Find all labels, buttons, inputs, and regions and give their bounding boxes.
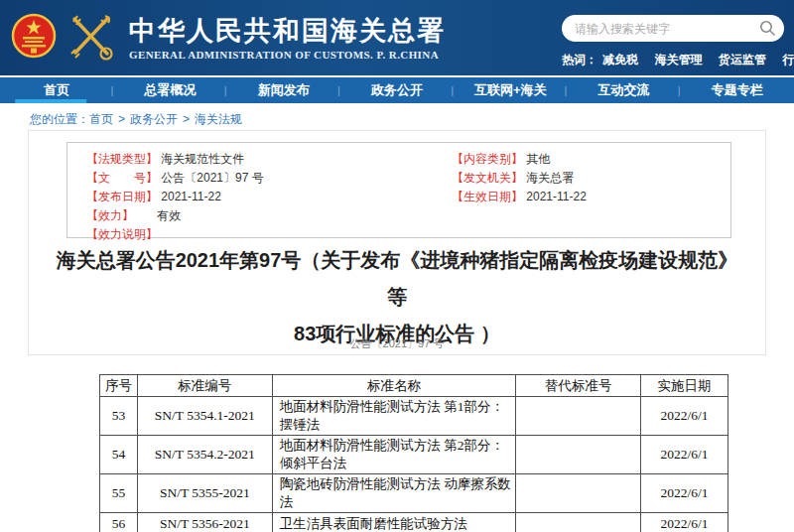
meta-label: 【文 号】: [86, 169, 158, 188]
cell-impl-date: 2022/6/1: [641, 436, 728, 474]
main-nav: 首页 总署概况 新闻发布 政务公开 互联网+海关 互动交流 专题专栏: [0, 77, 794, 103]
table-row: 56 SN/T 5356-2021 卫生洁具表面耐磨性能试验方法 2022/6/…: [100, 513, 728, 532]
search-input[interactable]: [562, 15, 784, 42]
meta-value: 海关总署: [526, 171, 574, 185]
brand-titles: 中华人民共和国海关总署 GENERAL ADMINISTRATION OF CU…: [129, 16, 446, 61]
announcement-number: 公告〔2021〕97 号: [29, 336, 765, 351]
announcement-title-line1: 海关总署公告2021年第97号（关于发布《进境种猪指定隔离检疫场建设规范》等: [49, 242, 745, 316]
nav-item-overview[interactable]: 总署概况: [113, 77, 226, 103]
site-title-en: GENERAL ADMINISTRATION OF CUSTOMS. P. R.…: [129, 49, 446, 61]
national-emblem-icon: [10, 11, 58, 65]
meta-field-issuing-agency: 【发文机关】 海关总署: [452, 169, 574, 188]
col-header-index: 序号: [100, 375, 138, 397]
meta-label: 【内容类别】: [452, 150, 523, 169]
cell-standard-no: SN/T 5355-2021: [137, 474, 272, 513]
meta-value: 公告〔2021〕97 号: [161, 171, 263, 185]
cell-impl-date: 2022/6/1: [641, 513, 728, 532]
cell-replaced-no: [516, 436, 641, 474]
cell-replaced-no: [516, 397, 641, 436]
breadcrumb-separator: >: [183, 112, 190, 126]
search-box: [562, 15, 784, 42]
meta-label: 【发布日期】: [86, 188, 158, 206]
col-header-standard-name: 标准名称: [272, 375, 516, 397]
nav-item-special-topics[interactable]: 专题专栏: [681, 77, 794, 103]
content-panel: 【法规类型】 海关规范性文件 【内容类别】 其他 【文 号】 公告〔2021〕9…: [28, 130, 766, 355]
standards-table: 序号 标准编号 标准名称 替代标准号 实施日期 53 SN/T 5354.1-2…: [99, 374, 728, 532]
breadcrumb-prefix: 您的位置：: [30, 112, 89, 126]
meta-label: 【发文机关】: [452, 169, 523, 188]
cell-impl-date: 2022/6/1: [641, 474, 728, 513]
hot-word-link[interactable]: 行政监管: [782, 53, 794, 66]
cell-standard-no: SN/T 5354.1-2021: [137, 397, 272, 436]
site-title-cn: 中华人民共和国海关总署: [129, 16, 446, 46]
cell-standard-name: 卫生洁具表面耐磨性能试验方法: [272, 513, 516, 532]
hot-word-link[interactable]: 海关管理: [655, 53, 703, 66]
cell-standard-no: SN/T 5356-2021: [137, 513, 272, 532]
cell-index: 55: [100, 474, 138, 513]
col-header-replaced-no: 替代标准号: [516, 375, 641, 397]
cell-index: 53: [100, 397, 138, 436]
col-header-impl-date: 实施日期: [641, 375, 728, 397]
table-row: 53 SN/T 5354.1-2021 地面材料防滑性能测试方法 第1部分：摆锤…: [100, 397, 728, 436]
site-header: 中华人民共和国海关总署 GENERAL ADMINISTRATION OF CU…: [0, 0, 794, 75]
table-row: 55 SN/T 5355-2021 陶瓷地砖防滑性能测试方法 动摩擦系数法 20…: [100, 474, 728, 513]
nav-item-interaction[interactable]: 互动交流: [567, 77, 680, 103]
meta-value: 海关规范性文件: [161, 152, 244, 166]
cell-index: 54: [100, 436, 138, 474]
breadcrumb-link-gov-affairs[interactable]: 政务公开: [130, 112, 178, 126]
breadcrumb-link-home[interactable]: 首页: [89, 112, 113, 126]
hot-words-label: 热词：: [562, 53, 597, 66]
meta-field-doc-number: 【文 号】 公告〔2021〕97 号: [86, 169, 452, 188]
meta-label: 【生效日期】: [452, 188, 523, 206]
cell-standard-name: 地面材料防滑性能测试方法 第2部分：倾斜平台法: [272, 436, 516, 474]
breadcrumb-separator: >: [118, 112, 125, 126]
hot-words: 热词： 减免税 海关管理 货运监管 行政监管: [562, 52, 784, 68]
nav-item-news[interactable]: 新闻发布: [227, 77, 340, 103]
meta-label: 【法规类型】: [86, 150, 158, 169]
cell-standard-name: 地面材料防滑性能测试方法 第1部分：摆锤法: [272, 397, 516, 436]
customs-key-icon: [66, 10, 117, 66]
regulation-meta-box: 【法规类型】 海关规范性文件 【内容类别】 其他 【文 号】 公告〔2021〕9…: [66, 142, 731, 238]
table-header-row: 序号 标准编号 标准名称 替代标准号 实施日期: [100, 375, 728, 397]
search-icon[interactable]: [759, 20, 776, 37]
cell-replaced-no: [516, 513, 641, 532]
cell-replaced-no: [516, 474, 641, 513]
meta-field-publish-date: 【发布日期】 2021-11-22: [86, 188, 452, 206]
col-header-standard-no: 标准编号: [137, 375, 272, 397]
breadcrumb: 您的位置：首页>政务公开>海关法规: [30, 111, 242, 128]
table-row: 54 SN/T 5354.2-2021 地面材料防滑性能测试方法 第2部分：倾斜…: [100, 436, 728, 474]
hot-word-link[interactable]: 货运监管: [719, 53, 766, 66]
meta-field-category: 【内容类别】 其他: [452, 150, 550, 169]
meta-value: 2021-11-22: [526, 190, 587, 203]
cell-standard-name: 陶瓷地砖防滑性能测试方法 动摩擦系数法: [272, 474, 516, 513]
cell-impl-date: 2022/6/1: [641, 397, 728, 436]
site-logo: 中华人民共和国海关总署 GENERAL ADMINISTRATION OF CU…: [10, 10, 446, 66]
meta-field-effective-date: 【生效日期】 2021-11-22: [452, 188, 587, 206]
breadcrumb-link-customs-law[interactable]: 海关法规: [195, 112, 242, 126]
nav-item-gov-affairs[interactable]: 政务公开: [340, 77, 454, 103]
nav-item-home[interactable]: 首页: [0, 77, 113, 103]
meta-value: 2021-11-22: [161, 190, 221, 203]
meta-value: 有效: [157, 208, 181, 222]
hot-word-link[interactable]: 减免税: [602, 53, 638, 66]
meta-field-type: 【法规类型】 海关规范性文件: [86, 150, 452, 169]
meta-value: 其他: [526, 152, 550, 166]
cell-standard-no: SN/T 5354.2-2021: [137, 436, 272, 474]
nav-item-internet-customs[interactable]: 互联网+海关: [454, 77, 567, 103]
meta-field-validity: 【效力】 有效: [86, 206, 452, 225]
cell-index: 56: [100, 513, 138, 532]
meta-label: 【效力】: [86, 206, 154, 225]
